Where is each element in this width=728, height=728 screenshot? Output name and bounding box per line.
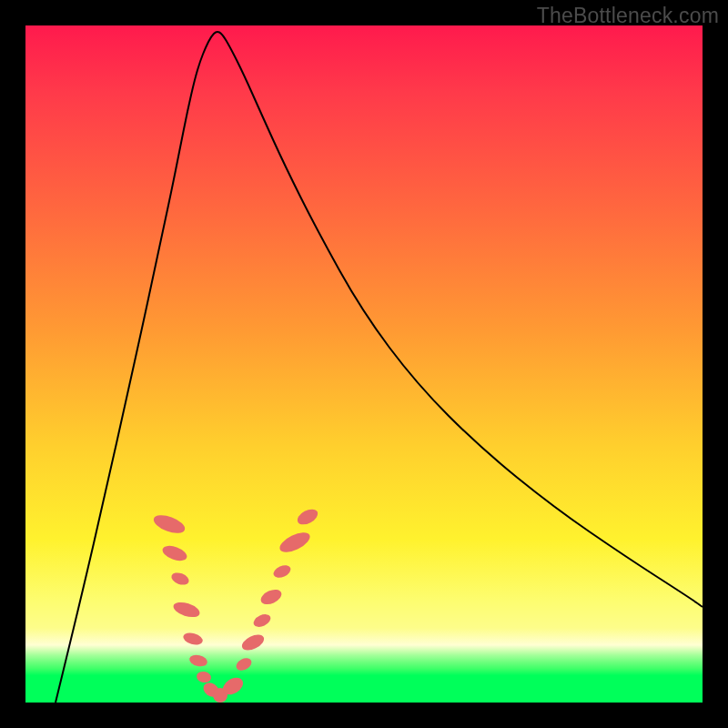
bead-marker [151,511,187,536]
bead-marker [234,655,254,672]
bead-marker [170,571,191,587]
bead-marker [196,671,212,684]
bead-marker [182,631,204,647]
chart-frame: TheBottleneck.com [0,0,728,728]
bead-marker [188,653,208,668]
bead-marker [251,612,272,629]
bottleneck-curve [56,32,703,703]
bead-group [151,506,320,703]
curve-svg [25,25,703,703]
bead-marker [295,506,320,528]
bead-marker [172,600,202,621]
watermark-text: TheBottleneck.com [537,4,719,28]
bead-marker [277,529,312,556]
bead-marker [160,543,188,564]
bead-marker [271,562,292,580]
bead-marker [258,587,284,608]
bead-marker [239,632,267,653]
plot-area [25,25,703,703]
